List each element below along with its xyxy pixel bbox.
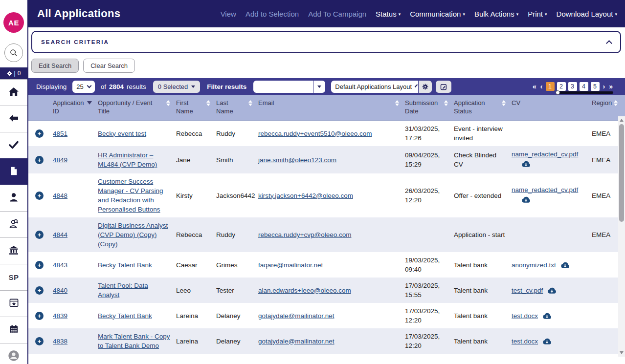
scroll-up-arrow-icon[interactable]: [620, 119, 624, 122]
application-id-link[interactable]: 4851: [53, 130, 67, 137]
application-id-link[interactable]: 4849: [53, 156, 67, 164]
menu-status[interactable]: Status▾: [376, 10, 401, 18]
column-header-submission-date[interactable]: Submission Date: [402, 98, 451, 116]
opportunity-title-link[interactable]: Becky Talent Bank: [98, 261, 152, 269]
page-button-2[interactable]: 2: [557, 82, 566, 91]
email-link[interactable]: alan.edwards+leeo@oleeo.com: [258, 287, 351, 294]
cv-file-link[interactable]: anonymized.txt: [512, 261, 556, 269]
column-header-cv[interactable]: CV: [509, 98, 589, 116]
search-icon[interactable]: [4, 43, 23, 62]
email-link[interactable]: jane.smith@oleeo123.com: [258, 156, 336, 164]
horizontal-scrollbar[interactable]: [556, 91, 613, 94]
clear-search-button[interactable]: Clear Search: [83, 59, 135, 73]
email-link[interactable]: gotajydale@mailinator.net: [258, 312, 335, 320]
cv-file-link[interactable]: name_redacted_cv.pdf: [512, 150, 578, 158]
expand-row-button[interactable]: +: [35, 286, 44, 295]
menu-add-to-campaign[interactable]: Add To Campaign: [308, 10, 366, 18]
selected-dropdown[interactable]: 0 Selected: [153, 81, 200, 93]
sort-toggle-icon[interactable]: [246, 100, 252, 106]
page-size-select[interactable]: 25: [72, 81, 94, 93]
column-header-application-status[interactable]: Application Status: [451, 98, 509, 116]
column-header-email[interactable]: Email: [255, 98, 402, 116]
page-button-1[interactable]: 1: [546, 82, 555, 91]
collapse-chevron-icon[interactable]: [606, 40, 612, 46]
sort-toggle-icon[interactable]: [442, 100, 448, 106]
email-link[interactable]: rebecca.ruddy+event5510@oleeo.com: [258, 130, 372, 137]
cloud-download-icon[interactable]: [542, 312, 552, 320]
cv-file-link[interactable]: test.docx: [512, 338, 538, 345]
column-header-opportunity-title[interactable]: Opportunity / Event Title: [95, 98, 173, 116]
menu-view[interactable]: View: [221, 10, 236, 18]
sort-toggle-icon[interactable]: [204, 100, 210, 106]
edit-search-button[interactable]: Edit Search: [31, 59, 79, 73]
page-button-3[interactable]: 3: [568, 82, 577, 91]
sort-toggle-icon[interactable]: [164, 100, 170, 106]
email-link[interactable]: gotajydale@mailinator.net: [258, 338, 335, 345]
edit-layout-button[interactable]: [436, 81, 451, 93]
cv-file-link[interactable]: test_cv.pdf: [512, 287, 543, 294]
sidebar-item-profile[interactable]: [0, 343, 27, 364]
application-id-link[interactable]: 4838: [53, 338, 67, 345]
application-id-link[interactable]: 4840: [53, 287, 67, 294]
scrollbar-knob[interactable]: [556, 90, 560, 95]
page-button-5[interactable]: 5: [591, 82, 600, 91]
email-link[interactable]: kirsty.jackson+6442@oleeo.com: [258, 192, 353, 199]
column-header-last-name[interactable]: Last Name: [213, 98, 255, 116]
prev-page-button[interactable]: ‹: [539, 83, 543, 90]
last-page-button[interactable]: »: [608, 83, 613, 90]
sidebar-item-organisation[interactable]: [0, 237, 27, 264]
sidebar-item-people[interactable]: [0, 185, 27, 211]
menu-bulk-actions[interactable]: Bulk Actions▾: [474, 10, 518, 18]
expand-row-button[interactable]: +: [35, 129, 44, 138]
opportunity-title-link[interactable]: HR Administrator – ML484 (CVP Demo): [98, 151, 157, 168]
scroll-down-arrow-icon[interactable]: [620, 351, 624, 354]
opportunity-title-link[interactable]: Digital Business Analyst (CVP Demo) (Cop…: [98, 222, 168, 248]
first-page-button[interactable]: «: [532, 83, 537, 90]
sidebar-item-tasks[interactable]: [0, 132, 27, 158]
expand-row-button[interactable]: +: [35, 156, 44, 164]
menu-communication[interactable]: Communication▾: [410, 10, 465, 18]
sidebar-item-calendar[interactable]: [0, 317, 27, 343]
column-header-application-id[interactable]: Application ID: [50, 98, 95, 116]
opportunity-title-link[interactable]: Talent Pool: Data Analyst: [98, 282, 148, 299]
opportunity-title-link[interactable]: Mark Talent Bank - Copy to Talent Bank D…: [98, 333, 170, 349]
cloud-download-icon[interactable]: [560, 261, 570, 269]
sidebar-item-applications[interactable]: [0, 158, 27, 185]
layout-select[interactable]: Default Applications Layout: [331, 81, 418, 93]
layout-settings-button[interactable]: [419, 81, 432, 93]
email-link[interactable]: faqare@mailinator.net: [258, 261, 323, 269]
cloud-download-icon[interactable]: [521, 160, 586, 170]
cloud-download-icon[interactable]: [547, 287, 557, 294]
next-page-button[interactable]: ›: [602, 83, 606, 90]
basket-counter[interactable]: | 0: [0, 67, 27, 79]
opportunity-title-link[interactable]: Customer Success Manager - CV Parsing an…: [98, 178, 163, 213]
sort-toggle-icon[interactable]: [500, 100, 506, 106]
sidebar-item-events[interactable]: [0, 290, 27, 317]
menu-download-layout[interactable]: Download Layout▾: [557, 10, 617, 18]
filter-results-input[interactable]: [253, 81, 313, 93]
sidebar-item-back[interactable]: [0, 106, 27, 132]
expand-row-button[interactable]: +: [35, 231, 44, 239]
menu-add-to-selection[interactable]: Add to Selection: [246, 10, 299, 18]
page-button-4[interactable]: 4: [580, 82, 588, 91]
cv-file-link[interactable]: name_redacted_cv.pdf: [512, 186, 578, 193]
application-id-link[interactable]: 4844: [53, 231, 67, 238]
expand-row-button[interactable]: +: [35, 337, 44, 345]
column-header-first-name[interactable]: First Name: [173, 98, 213, 116]
avatar[interactable]: AE: [3, 12, 24, 33]
cloud-download-icon[interactable]: [521, 196, 586, 206]
application-id-link[interactable]: 4848: [53, 192, 67, 199]
expand-row-button[interactable]: +: [35, 192, 44, 200]
filter-dropdown-button[interactable]: [313, 81, 325, 93]
email-link[interactable]: rebecca.ruddy+cvp@oleeo.com: [258, 231, 351, 238]
sort-toggle-icon[interactable]: [393, 100, 399, 106]
cv-file-link[interactable]: test.docx: [512, 312, 538, 320]
menu-print[interactable]: Print▾: [528, 10, 547, 18]
column-header-region[interactable]: Region: [589, 98, 619, 116]
sort-desc-icon[interactable]: [85, 100, 92, 105]
sort-toggle-icon[interactable]: [612, 100, 618, 106]
sidebar-item-home[interactable]: [0, 79, 27, 106]
expand-row-button[interactable]: +: [35, 312, 44, 320]
cloud-download-icon[interactable]: [542, 338, 552, 345]
sidebar-item-sp[interactable]: SP: [0, 264, 27, 290]
